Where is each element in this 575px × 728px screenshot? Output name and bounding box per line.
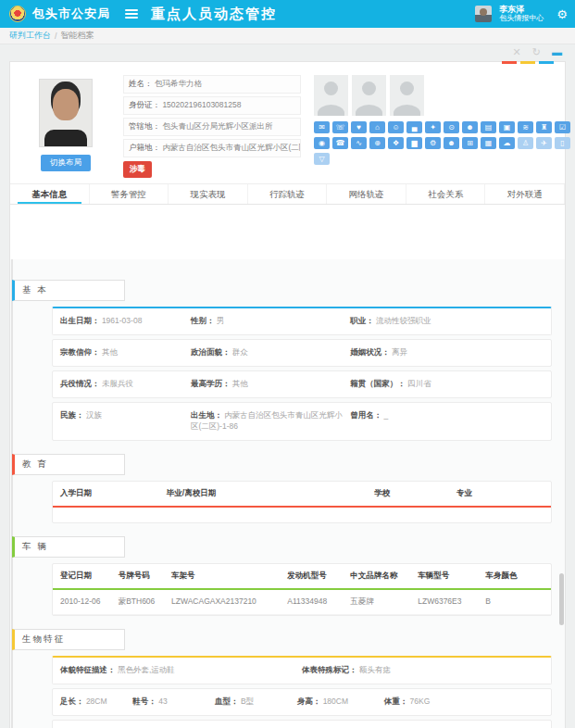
home-icon[interactable]: ⌂ [369, 121, 385, 133]
table-header-cell: 发动机型号 [287, 571, 350, 582]
table-header-cell: 学校 [374, 488, 456, 499]
icon-grid-row-2: ◉ ☎ ∿ ⊕ ❖ ▆ ⚙ ☻ ⊞ ▦ ☁ ♙ ✈ ▯ [314, 137, 570, 149]
table-cell: B [485, 596, 544, 608]
tab-external-contact[interactable]: 对外联通 [485, 184, 565, 204]
icon-grid-row-3: ▽ [314, 153, 570, 165]
tab-social-relations[interactable]: 社会关系 [406, 184, 486, 204]
signal-icon[interactable]: ∿ [351, 137, 367, 149]
biometric-row: 体貌特征描述： 黑色外套,运动鞋 体表特殊标记： 额头有痣 [52, 656, 552, 684]
tab-police-control[interactable]: 警务管控 [90, 184, 169, 204]
collapse-icon[interactable]: ▬ [552, 47, 562, 57]
profile-field-jurisdiction: 管辖地： 包头青山区分局光辉小区派出所 [123, 118, 301, 136]
taxi-icon[interactable]: ⊕ [369, 137, 385, 149]
table-header-cell: 专业 [456, 488, 544, 499]
hotel-icon[interactable]: ▄ [406, 121, 422, 133]
user-chip[interactable]: 李东泽 包头情报中心 ⚙ [475, 6, 568, 23]
user-grid-icon[interactable]: ☻ [444, 137, 459, 149]
education-icon[interactable]: ✦ [425, 121, 441, 133]
section-biometric-title: 生物特征 [12, 629, 125, 650]
bank-icon[interactable]: ♜ [536, 121, 552, 133]
car-icon[interactable]: ⊙ [444, 121, 459, 133]
tab-movement-track[interactable]: 行踪轨迹 [248, 184, 328, 204]
users-icon[interactable]: ☺ [388, 121, 404, 133]
bank-card-icon[interactable]: ▦ [481, 137, 496, 149]
tab-reality-performance[interactable]: 现实表现 [169, 184, 248, 204]
page-title: 重点人员动态管控 [151, 6, 277, 23]
person-icon[interactable]: ☻ [462, 121, 478, 133]
vehicle-table: 登记日期 号牌号码 车架号 发动机型号 中文品牌名称 车辆型号 车身颜色 201… [52, 563, 552, 616]
profile-field-residence: 户籍地： 内蒙古自治区包头市青山区光辉小区(二区)-1-86 [123, 139, 301, 157]
basic-row: 出生日期： 1961-03-08 性别： 男 职业： 流动性较强职业 [52, 307, 552, 335]
table-header-cell: 车辆型号 [418, 571, 485, 582]
gear-grid-icon[interactable]: ⚙ [425, 137, 441, 149]
tag-icon[interactable]: ❖ [388, 137, 404, 149]
section-education: 教 育 入学日期 毕业/离校日期 学校 专业 [10, 454, 565, 523]
phone-icon[interactable]: ☏ [332, 121, 348, 133]
breadcrumb-separator: / [55, 31, 57, 41]
accent-bar-blue [539, 61, 554, 64]
telephone-icon[interactable]: ☎ [332, 137, 348, 149]
accent-bars [502, 61, 554, 64]
user-avatar[interactable] [475, 6, 492, 22]
profile-field-id: 身份证： 150202196103081258 [123, 96, 301, 115]
wifi-icon[interactable]: ≋ [518, 121, 533, 133]
table-header-cell: 车身颜色 [485, 571, 544, 582]
bus-icon[interactable]: ▯ [555, 137, 570, 149]
breadcrumb-link[interactable]: 研判工作台 [9, 30, 51, 42]
comment-icon[interactable]: ✉ [314, 121, 330, 133]
table-cell: 蒙BTH606 [119, 596, 171, 608]
walker-icon[interactable]: ♙ [518, 137, 533, 149]
switch-layout-button[interactable]: 切换布局 [41, 155, 91, 171]
image-icon[interactable]: ▣ [499, 121, 515, 133]
profile-tabs: 基本信息 警务管控 现实表现 行踪轨迹 网络轨迹 社会关系 对外联通 [10, 183, 565, 205]
gear-icon[interactable]: ⚙ [556, 7, 568, 21]
icon-grid-row-1: ✉ ☏ ♥ ⌂ ☺ ▄ ✦ ⊙ ☻ ▤ ▣ ≋ ♜ ☑ [314, 121, 570, 133]
related-avatar[interactable] [314, 75, 348, 116]
tab-content: 基 本 出生日期： 1961-03-08 性别： 男 职业： 流动性较强职业 宗… [10, 259, 565, 728]
document-icon[interactable]: ▤ [481, 121, 496, 133]
basic-row: 兵役情况： 未服兵役 最高学历： 其他 籍贯（国家）： 四川省 [52, 370, 552, 398]
fingerprint-row: 指纹： [52, 720, 552, 728]
camera-icon[interactable]: ◉ [314, 137, 330, 149]
fullscreen-icon[interactable]: ✕ [513, 47, 521, 57]
biometric-row: 足长： 28CM 鞋号： 43 血型： B型 身高： 180CM 体重： 76K… [52, 688, 552, 716]
tab-network-track[interactable]: 网络轨迹 [327, 184, 406, 204]
related-avatars [314, 75, 570, 116]
refresh-icon[interactable]: ↻ [532, 47, 541, 57]
related-avatar[interactable] [390, 75, 424, 116]
accent-bar-yellow [520, 61, 535, 64]
scrollbar-thumb[interactable] [559, 573, 564, 625]
check-icon[interactable]: ☑ [555, 121, 570, 133]
section-basic-title: 基 本 [12, 280, 125, 301]
table-header-cell: 入学日期 [60, 488, 167, 499]
tab-basic-info[interactable]: 基本信息 [10, 184, 90, 204]
table-cell: A11334948 [287, 596, 350, 608]
table-header-cell: 车架号 [171, 571, 287, 582]
table-cell: 2010-12-06 [60, 596, 119, 608]
profile-photo [39, 79, 93, 147]
police-car-icon[interactable]: ⊞ [462, 137, 478, 149]
user-org: 包头情报中心 [499, 15, 544, 23]
profile-field-name: 姓名： 包玛希华力格 [123, 75, 301, 94]
section-vehicle: 车 辆 登记日期 号牌号码 车架号 发动机型号 中文品牌名称 车辆型号 车身颜色… [10, 536, 565, 616]
plane-icon[interactable]: ✈ [536, 137, 552, 149]
menu-icon[interactable] [125, 7, 138, 20]
drug-tag-badge: 涉毒 [123, 161, 152, 178]
app-title: 包头市公安局 [32, 6, 110, 22]
section-vehicle-title: 车 辆 [12, 536, 125, 558]
profile-card: 切换布局 姓名： 包玛希华力格 身份证： 150202196103081258 … [9, 61, 566, 728]
education-table: 入学日期 毕业/离校日期 学校 专业 [52, 481, 552, 523]
section-education-title: 教 育 [12, 454, 125, 475]
trash-icon[interactable]: ▽ [314, 153, 330, 165]
cloud-icon[interactable]: ☁ [499, 137, 515, 149]
app-header: 包头市公安局 重点人员动态管控 李东泽 包头情报中心 ⚙ [0, 0, 575, 28]
profile-summary: 切换布局 姓名： 包玛希华力格 身份证： 150202196103081258 … [10, 62, 565, 183]
related-avatar[interactable] [352, 75, 386, 116]
bed-icon[interactable]: ▆ [406, 137, 422, 149]
table-header-cell: 登记日期 [60, 571, 119, 582]
heart-icon[interactable]: ♥ [351, 121, 367, 133]
table-cell: LZWACAGAXA2137210 [171, 596, 287, 608]
police-badge-logo [9, 6, 26, 22]
table-header-cell: 中文品牌名称 [350, 571, 418, 582]
table-header-cell: 毕业/离校日期 [167, 488, 374, 499]
